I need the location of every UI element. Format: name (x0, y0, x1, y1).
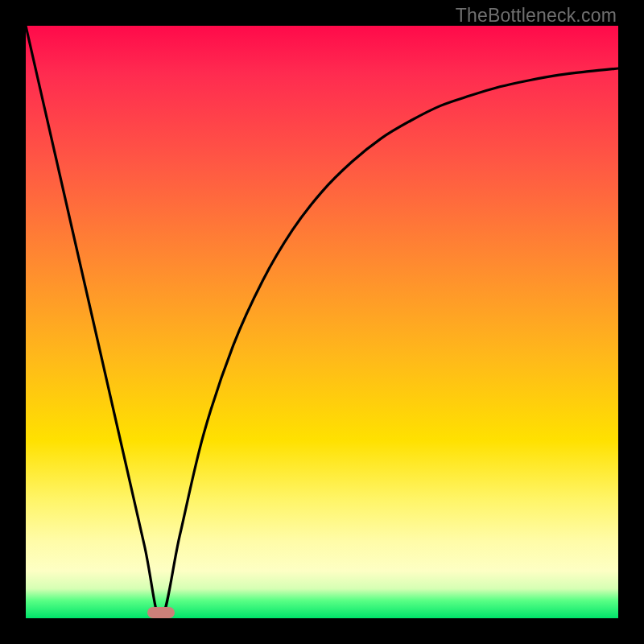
optimum-marker (147, 607, 175, 618)
plot-area (26, 26, 618, 618)
watermark-text: TheBottleneck.com (456, 5, 617, 27)
chart-frame: TheBottleneck.com (0, 0, 644, 644)
bottleneck-curve (26, 26, 618, 618)
